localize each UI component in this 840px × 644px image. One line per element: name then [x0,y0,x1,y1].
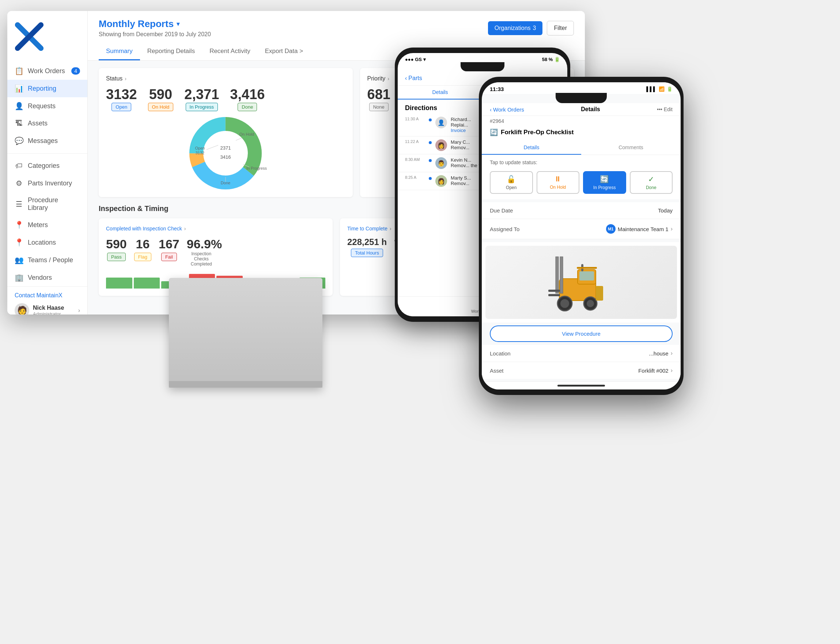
wo-nav-actions[interactable]: ••• Edit [657,107,673,112]
done-badge: Done [238,103,257,111]
wo-nav-title: Details [581,106,600,113]
sidebar-item-teams[interactable]: 👥 Teams / People [7,251,87,269]
header-left: Monthly Reports ▾ Showing from December … [99,18,211,38]
inspection-stats: 590 Pass 16 Flag 167 Fail 96.9% [106,237,325,266]
parts-icon: ⚙ [15,179,23,187]
on-hold-status-icon: ⏸ [539,175,578,183]
wo-body: Tap to update status: 🔓 Open ⏸ On Hold 🔄 [482,155,681,381]
sidebar: 📋 Work Orders 4 📊 Reporting 👤 Requests 🏗… [7,11,88,314]
wo-back-button[interactable]: ‹ Work Orders [490,107,524,113]
wo-nav-bar: ‹ Work Orders Details ••• Edit [482,103,681,116]
sidebar-item-messages[interactable]: 💬 Messages [7,132,87,150]
teams-icon: 👥 [15,256,23,264]
tab-recent-activity[interactable]: Recent Activity [202,43,258,60]
user-role: Administrator [33,311,75,315]
work-orders-icon: 📋 [15,67,23,76]
wo-status-icons: ▌▌▌ 📶 🔋 [646,86,673,92]
sidebar-label-reporting: Reporting [28,85,56,92]
categories-icon: 🏷 [15,162,23,170]
bar-2 [134,278,160,289]
wo-detail-tabs: Details Comments [482,141,681,155]
stat-fail: 167 Fail [159,237,179,266]
sidebar-label-work-orders: Work Orders [28,67,65,75]
sidebar-item-parts-inventory[interactable]: ⚙ Parts Inventory [7,174,87,192]
home-indicator [558,385,605,386]
tab-summary[interactable]: Summary [99,43,140,60]
status-card-title: Status › [106,76,345,82]
contact-maintainx-link[interactable]: Contact MaintainX [15,292,80,299]
activity-avatar-1: 👩 [435,139,447,151]
sidebar-item-locations[interactable]: 📍 Locations [7,234,87,251]
svg-rect-32 [560,257,563,293]
wo-tab-details[interactable]: Details [482,141,581,155]
wo-field-asset[interactable]: Asset Forklift #002 › [482,362,681,379]
svg-point-6 [203,131,248,175]
tab-export-data[interactable]: Export Data > [258,43,310,60]
activity-content-1: Mary C... Remov... [451,139,470,151]
sidebar-item-requests[interactable]: 👤 Requests [7,97,87,115]
flag-badge: Flag [134,253,151,261]
orgs-count: 3 [533,25,536,31]
sidebar-item-assets[interactable]: 🏗 Assets [7,115,87,132]
sidebar-item-categories[interactable]: 🏷 Categories [7,157,87,174]
avatar: 🧑 [15,303,29,314]
sidebar-item-reporting[interactable]: 📊 Reporting [7,80,87,97]
status-btn-in-progress[interactable]: 🔄 In Progress [583,171,626,194]
sidebar-item-work-orders[interactable]: 📋 Work Orders 4 [7,62,87,80]
stat-flag: 16 Flag [134,237,151,266]
user-chevron-icon[interactable]: › [78,307,80,314]
requests-icon: 👤 [15,102,23,110]
work-orders-badge: 4 [71,67,80,75]
locations-icon: 📍 [15,238,23,247]
status-update-section: Tap to update status: 🔓 Open ⏸ On Hold 🔄 [482,155,681,199]
filter-button[interactable]: Filter [547,21,574,36]
user-info: 🧑 Nick Haase Administrator › [15,303,80,314]
forklift-svg [545,250,618,315]
sidebar-item-procedure-library[interactable]: ☰ Procedure Library [7,192,87,216]
inspection-card-title: Completed with Inspection Check › [106,226,325,232]
report-title: Monthly Reports ▾ [99,18,211,30]
parts-back-button[interactable]: ‹ Parts [405,75,422,82]
sidebar-label-requests: Requests [28,102,56,110]
reporting-icon: 📊 [15,84,23,93]
status-btn-done[interactable]: ✓ Done [630,171,673,194]
status-btn-open[interactable]: 🔓 Open [490,171,533,194]
wo-location-asset-section: Location ...house › Asset Forklift #002 … [482,345,681,379]
stat-inspection-checks: 96.9% Inspection Checks Completed [187,237,222,266]
svg-text:On Hold: On Hold [240,132,254,136]
wo-tab-comments[interactable]: Comments [581,141,681,155]
on-hold-badge: On Hold [148,103,174,111]
wo-field-assigned-to[interactable]: Assigned To M1 Maintenance Team 1 › [482,219,681,239]
wo-field-location[interactable]: Location ...house › [482,345,681,362]
activity-time-3: 8:25 A [405,175,425,187]
asset-chevron-icon: › [671,367,673,374]
status-chevron-icon: › [125,76,126,82]
report-title-text: Monthly Reports [99,18,174,30]
wo-bottom-indicator [482,381,681,389]
wo-field-due-date: Due Date Today [482,202,681,219]
assigned-to-value: M1 Maintenance Team 1 › [606,224,673,234]
wo-status-time: 11:33 [490,86,504,92]
sidebar-label-vendors: Vendors [28,274,52,282]
stat-on-hold: 590 On Hold [148,87,174,111]
sidebar-label-locations: Locations [28,239,56,246]
nav-divider [7,153,87,154]
status-btn-on-hold[interactable]: ⏸ On Hold [536,171,580,194]
view-procedure-button[interactable]: View Procedure [490,325,673,342]
tab-reporting-details[interactable]: Reporting Details [140,43,202,60]
open-badge: Open [112,103,131,111]
priority-chevron-icon: › [387,76,389,82]
parts-tab-details[interactable]: Details [398,85,482,99]
sidebar-item-vendors[interactable]: 🏢 Vendors [7,269,87,286]
svg-point-38 [587,300,594,307]
fail-badge: Fail [161,253,177,261]
inspection-chevron-icon: › [184,226,186,232]
sidebar-item-meters[interactable]: 📍 Meters [7,216,87,234]
svg-text:2371: 2371 [220,145,231,151]
activity-time-1: 11:22 A [405,139,425,151]
organizations-button[interactable]: Organizations 3 [488,21,543,35]
sidebar-label-meters: Meters [28,221,48,229]
phone-front: 11:33 ▌▌▌ 📶 🔋 ‹ Work Orders Details ••• … [479,77,684,395]
vendors-icon: 🏢 [15,273,23,282]
battery-icon: 🔋 [667,86,673,92]
